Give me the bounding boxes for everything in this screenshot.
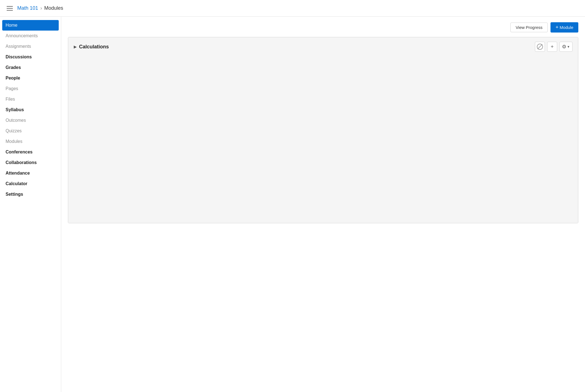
module-expand-arrow[interactable]: ▶ xyxy=(74,44,77,49)
main-content: View Progress + Module ▶ Calculations + xyxy=(61,17,585,392)
sidebar-item-pages[interactable]: Pages xyxy=(0,83,61,94)
breadcrumb: Math 101 › Modules xyxy=(17,5,63,11)
sidebar-item-discussions[interactable]: Discussions xyxy=(0,52,61,62)
sidebar-item-settings[interactable]: Settings xyxy=(0,189,61,200)
view-progress-button[interactable]: View Progress xyxy=(510,23,548,32)
sidebar-item-conferences[interactable]: Conferences xyxy=(0,147,61,157)
dropdown-arrow-icon: ▼ xyxy=(567,45,570,48)
hamburger-menu[interactable] xyxy=(7,6,13,11)
sidebar-item-grades[interactable]: Grades xyxy=(0,62,61,73)
ban-icon xyxy=(537,44,543,50)
module-settings-button[interactable]: ⚙ ▼ xyxy=(559,42,572,52)
module-actions: + ⚙ ▼ xyxy=(535,42,572,52)
gear-icon: ⚙ xyxy=(562,44,566,50)
sidebar-item-outcomes[interactable]: Outcomes xyxy=(0,115,61,126)
sidebar-item-assignments[interactable]: Assignments xyxy=(0,41,61,52)
sidebar-item-people[interactable]: People xyxy=(0,73,61,83)
sidebar-item-home[interactable]: Home xyxy=(2,20,59,31)
breadcrumb-page: Modules xyxy=(44,5,63,11)
plus-icon: + xyxy=(555,24,559,30)
plus-icon: + xyxy=(551,44,554,50)
module-title: Calculations xyxy=(79,44,109,50)
sidebar-item-syllabus[interactable]: Syllabus xyxy=(0,105,61,115)
sidebar: Home Announcements Assignments Discussio… xyxy=(0,17,61,392)
module-body xyxy=(68,56,578,223)
sidebar-item-calculator[interactable]: Calculator xyxy=(0,178,61,189)
main-layout: Home Announcements Assignments Discussio… xyxy=(0,17,585,392)
sidebar-item-files[interactable]: Files xyxy=(0,94,61,105)
sidebar-item-quizzes[interactable]: Quizzes xyxy=(0,126,61,136)
content-toolbar: View Progress + Module xyxy=(68,22,578,33)
sidebar-item-announcements[interactable]: Announcements xyxy=(0,31,61,41)
breadcrumb-course[interactable]: Math 101 xyxy=(17,5,38,11)
module-lock-button[interactable] xyxy=(535,42,545,52)
add-module-button[interactable]: + Module xyxy=(550,22,578,33)
sidebar-item-collaborations[interactable]: Collaborations xyxy=(0,157,61,168)
add-module-label: Module xyxy=(560,25,573,30)
module-header: ▶ Calculations + ⚙ ▼ xyxy=(68,37,578,56)
sidebar-item-modules[interactable]: Modules xyxy=(0,136,61,147)
module-add-item-button[interactable]: + xyxy=(547,42,557,52)
sidebar-item-attendance[interactable]: Attendance xyxy=(0,168,61,178)
module-card: ▶ Calculations + ⚙ ▼ xyxy=(68,37,578,223)
module-title-group: ▶ Calculations xyxy=(74,44,109,50)
breadcrumb-separator: › xyxy=(40,5,42,11)
app-header: Math 101 › Modules xyxy=(0,0,585,17)
